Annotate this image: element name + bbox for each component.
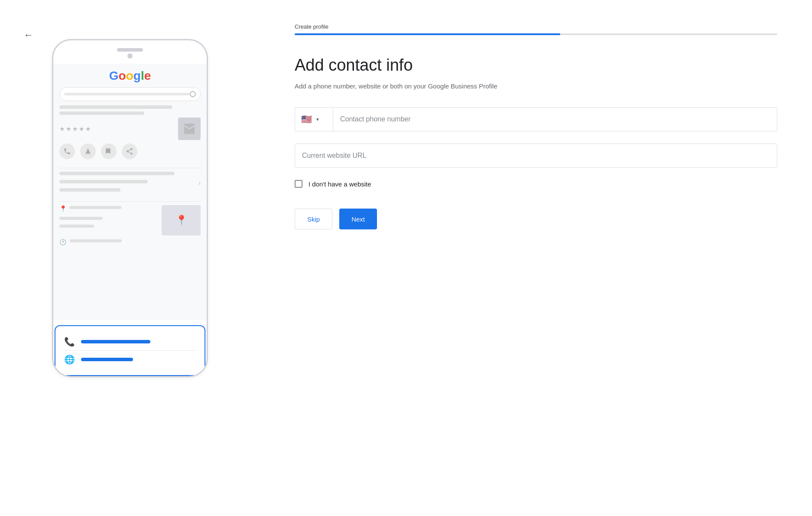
flag-icon: 🇺🇸	[301, 114, 312, 124]
dropdown-arrow-icon: ▼	[315, 117, 320, 122]
mock-divider-1	[59, 168, 201, 168]
progress-bar-fill	[295, 33, 560, 35]
clock-icon: 🕐	[59, 239, 66, 245]
mock-map-image: 📍	[162, 205, 201, 235]
phone-camera	[127, 53, 133, 59]
search-icon-mock	[190, 91, 196, 97]
google-letter-g2: g	[133, 69, 141, 83]
country-selector[interactable]: 🇺🇸 ▼	[295, 107, 333, 131]
phone-input-row: 🇺🇸 ▼	[295, 107, 777, 131]
star-3: ★	[72, 125, 78, 132]
progress-section: Create profile	[295, 23, 777, 35]
right-panel: Create profile Add contact info Add a ph…	[260, 0, 812, 516]
mock-call-circle	[59, 144, 75, 159]
google-letter-e: e	[144, 69, 151, 83]
phone-speaker	[117, 48, 143, 52]
highlight-web-row: 🌐	[64, 351, 196, 368]
left-panel: ← G o o g l e ★	[0, 0, 260, 516]
mock-location-row: 📍	[59, 205, 158, 212]
progress-bar-track	[295, 33, 777, 35]
mock-divider-2	[59, 201, 201, 202]
web-highlight-line	[81, 358, 133, 361]
google-letter-o1: o	[119, 69, 126, 83]
next-button[interactable]: Next	[339, 209, 377, 229]
no-website-label: I don't have a website	[309, 180, 371, 188]
mock-map-left: 📍	[59, 205, 158, 235]
no-website-checkbox[interactable]	[295, 180, 302, 188]
highlight-card: 📞 🌐	[55, 325, 205, 376]
globe-icon: 🌐	[64, 354, 75, 365]
star-4: ★	[79, 125, 84, 132]
mock-directions-circle	[80, 144, 96, 159]
progress-bar-empty	[560, 33, 777, 35]
star-2: ★	[66, 125, 71, 132]
button-row: Skip Next	[295, 209, 777, 229]
google-letter-l: l	[141, 69, 144, 83]
phone-icon: 📞	[64, 336, 75, 347]
mock-map-section: 📍 📍	[59, 205, 201, 235]
mock-line-2	[59, 111, 144, 115]
mock-save-circle	[101, 144, 117, 159]
mock-stars: ★ ★ ★ ★ ★	[59, 125, 91, 132]
mock-clock-row: 🕐	[59, 239, 201, 245]
google-letter-o2: o	[126, 69, 133, 83]
phone-input[interactable]	[333, 107, 777, 131]
google-letter-g: G	[109, 69, 119, 83]
phone-mockup: G o o g l e ★ ★ ★ ★	[52, 39, 208, 377]
phone-screen: G o o g l e ★ ★ ★ ★	[53, 64, 207, 320]
checkbox-row: I don't have a website	[295, 180, 777, 188]
skip-button[interactable]: Skip	[295, 209, 332, 229]
mock-search-bar	[59, 87, 201, 101]
map-pin-icon: 📍	[175, 215, 187, 226]
store-icon-mock	[178, 118, 201, 140]
mock-text-row-1: ›	[59, 172, 201, 194]
google-logo: G o o g l e	[59, 69, 201, 83]
mock-action-circles	[59, 144, 201, 159]
mock-share-circle	[122, 144, 137, 159]
star-5: ★	[85, 125, 91, 132]
mock-line-1	[59, 105, 172, 109]
page-subtitle: Add a phone number, website or both on y…	[295, 82, 537, 90]
page-title: Add contact info	[295, 56, 777, 75]
url-input[interactable]	[295, 144, 777, 168]
back-button[interactable]: ←	[24, 29, 33, 41]
phone-highlight-line	[81, 340, 150, 343]
progress-label: Create profile	[295, 23, 777, 30]
highlight-phone-row: 📞	[64, 333, 196, 351]
star-1: ★	[59, 125, 65, 132]
chevron-right-icon: ›	[198, 180, 201, 186]
location-pin-icon: 📍	[59, 205, 67, 212]
mock-stars-row: ★ ★ ★ ★ ★	[59, 118, 201, 140]
